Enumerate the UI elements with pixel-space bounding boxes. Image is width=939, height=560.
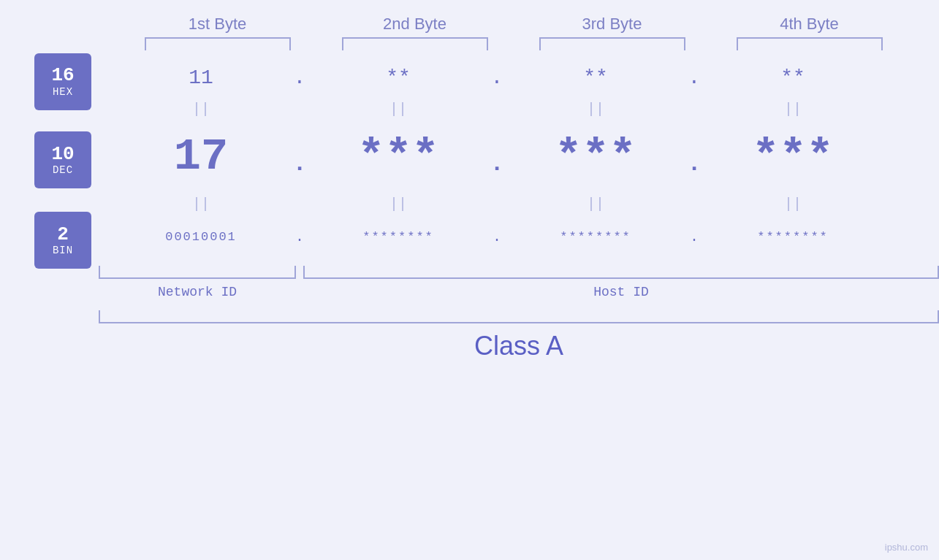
hex-cell-3: ** [512, 66, 680, 89]
bottom-brackets-row [99, 266, 939, 279]
class-a-bracket [99, 310, 939, 323]
byte-labels-row: 1st Byte 2nd Byte 3rd Byte 4th Byte [119, 15, 908, 34]
hex-value-2: ** [386, 66, 411, 89]
hex-value-1: 11 [189, 66, 213, 89]
bin-cell-4: ******** [709, 230, 877, 244]
hex-cell-4: ** [709, 66, 877, 89]
bin-value-1: 00010001 [165, 230, 237, 244]
main-container: 1st Byte 2nd Byte 3rd Byte 4th Byte 16 H… [0, 0, 939, 560]
class-a-label: Class A [99, 331, 939, 361]
eq-2-2: || [314, 196, 482, 212]
eq-1-4: || [709, 101, 877, 118]
hex-value-4: ** [780, 66, 805, 89]
eq-1-3: || [512, 101, 680, 118]
eq-1-2: || [314, 101, 482, 118]
bin-dot-3: . [680, 229, 709, 245]
dec-cell-3: *** [512, 131, 680, 183]
bin-cell-2: ******** [314, 230, 482, 244]
dec-badge: 10 DEC [34, 131, 91, 188]
eq-1-1: || [117, 101, 285, 118]
network-id-label: Network ID [99, 285, 296, 299]
dec-data-row: 17 . *** . *** . *** [117, 120, 921, 193]
bracket-2 [342, 37, 488, 50]
eq-symbol-2: || [389, 101, 407, 118]
dec-cell-2: *** [314, 131, 482, 183]
dec-value-3: *** [555, 131, 636, 183]
bin-dot-1: . [285, 229, 314, 245]
hex-value-3: ** [583, 66, 608, 89]
eq-row-2: || || || || [117, 193, 921, 215]
hex-cell-1: 11 [117, 66, 285, 89]
dec-dot-1: . [285, 150, 314, 177]
byte-label-2: 2nd Byte [335, 15, 495, 34]
host-id-label: Host ID [303, 285, 939, 299]
eq-row-1: || || || || [117, 98, 921, 120]
bottom-bracket-section: Network ID Host ID [99, 266, 939, 299]
eq-symbol-3: || [587, 101, 604, 118]
byte-label-4: 4th Byte [729, 15, 890, 34]
bin-cell-3: ******** [512, 230, 680, 244]
eq-symbol-1: || [192, 101, 210, 118]
eq-2-1: || [117, 196, 285, 212]
bin-dot-2: . [482, 229, 512, 245]
dec-cell-4: *** [709, 131, 877, 183]
dec-dot-3: . [680, 150, 709, 177]
byte-label-3: 3rd Byte [532, 15, 693, 34]
bin-value-4: ******** [757, 230, 829, 244]
dec-cell-1: 17 [117, 131, 285, 183]
hex-dot-1: . [285, 66, 314, 89]
bin-value-3: ******** [560, 230, 631, 244]
eq-symbol-4: || [784, 101, 802, 118]
hex-badge: 16 HEX [34, 53, 91, 110]
bracket-3 [539, 37, 685, 50]
class-a-section: Class A [99, 310, 939, 361]
hex-cell-2: ** [314, 66, 482, 89]
hex-data-row: 11 . ** . ** . ** [117, 58, 921, 98]
dec-value-4: *** [752, 131, 834, 183]
host-bracket [303, 266, 939, 279]
hex-dot-3: . [680, 66, 709, 89]
eq-2-3: || [512, 196, 680, 212]
top-brackets-row [119, 37, 908, 50]
hex-dot-2: . [482, 66, 512, 89]
dec-value-1: 17 [174, 131, 228, 183]
watermark: ipshu.com [885, 542, 928, 553]
bracket-4 [737, 37, 883, 50]
network-bracket [99, 266, 296, 279]
eq-2-4: || [709, 196, 877, 212]
bin-badge: 2 BIN [34, 212, 91, 269]
bracket-1 [145, 37, 291, 50]
dec-value-2: *** [357, 131, 439, 183]
bottom-labels-row: Network ID Host ID [99, 285, 939, 299]
bin-value-2: ******** [362, 230, 434, 244]
byte-label-1: 1st Byte [137, 15, 298, 34]
bin-data-row: 00010001 . ******** . ******** . *******… [117, 215, 921, 258]
bin-cell-1: 00010001 [117, 230, 285, 244]
dec-dot-2: . [482, 150, 512, 177]
